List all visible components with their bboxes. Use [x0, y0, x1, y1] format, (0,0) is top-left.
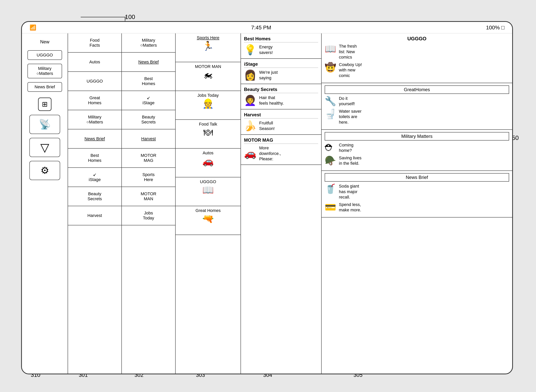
col304-best-homes[interactable]: Best Homes 💡 Energysavers! [241, 33, 321, 59]
sidebar-item-ugggo[interactable]: UGGGO [28, 50, 62, 60]
col301-military[interactable]: Military ○Matters [68, 110, 121, 129]
col305-greathomes-item2[interactable]: 🚽 Water savertoilets arehere. [325, 109, 509, 125]
col305-newsbrief-header: News Brief [325, 173, 509, 182]
device-frame: 📶 7:45 PM 100% □ New UGGGO Military ○Mat… [21, 21, 513, 374]
col304-besthomes-header: Best Homes [244, 36, 318, 42]
col304-besthomes-text: Energysavers! [259, 44, 273, 55]
col302-jobs-today[interactable]: Jobs Today [122, 206, 175, 225]
col303-food-talk[interactable]: Food Talk 🍽 [176, 120, 241, 149]
col302-motor-man[interactable]: MOTOR MAN [122, 187, 175, 206]
col304-beauty-img: 👩‍🦱 [244, 95, 256, 106]
col302-sports-here[interactable]: Sports Here [122, 168, 175, 187]
home-button[interactable]: ⊞ [38, 98, 52, 111]
col303-jobs-label: Jobs Today [198, 93, 219, 98]
col303-jobs-today[interactable]: Jobs Today 👷 [176, 91, 241, 120]
rss-icon-btn[interactable]: 📡 [29, 115, 60, 134]
col305-military-text1: Cominghome? [339, 142, 353, 153]
col305-newsbrief-section: News Brief 🥤 Soda gianthas majorrecall. … [322, 171, 512, 218]
col301-istage[interactable]: ↙ iStage [68, 168, 121, 187]
col305-greathomes-text1: Do ityourself! [339, 96, 355, 107]
col303-food-icon: 🍽 [204, 128, 213, 137]
col303-ugggo[interactable]: UGGGO 📖 [176, 177, 241, 206]
col305-military-item2[interactable]: 🪖 Saving livesin the field. [325, 155, 509, 166]
sidebar: New UGGGO Military ○Matters News Brief ⊞… [22, 33, 68, 373]
col304-beauty-header: Beauty Secrets [244, 87, 318, 93]
col303-autos-label: Autos [203, 150, 213, 155]
col302-military[interactable]: Military ○Matters [122, 33, 175, 53]
col305-military-text2: Saving livesin the field. [339, 155, 361, 166]
col305-newsbrief-item2[interactable]: 💳 Spend less,make more. [325, 202, 509, 213]
col303-sports-here[interactable]: Sports Here 🏃 [176, 33, 241, 62]
col304-harvest-header: Harvest [244, 112, 318, 118]
col304-istage-header: iStage [244, 61, 318, 68]
col304-harvest-body: 🍌 FruitfullSeason! [244, 120, 318, 132]
col303-food-label: Food Talk [199, 122, 217, 127]
col301-news-brief[interactable]: News Brief [68, 129, 121, 149]
col304-motor-mag[interactable]: MOTOR MAG 🚗 Moredownforce.,Please: [241, 135, 321, 165]
col301-best-homes[interactable]: Best Homes [68, 149, 121, 168]
col304-besthomes-img: 💡 [244, 44, 256, 56]
col302-beauty-secrets[interactable]: Beauty Secrets [122, 110, 175, 129]
col305-newsbrief-text2: Spend less,make more. [339, 202, 361, 213]
col305-ugggo-item2[interactable]: 🤠 Cowboy Up!with newcomic [325, 62, 509, 79]
cup-icon-btn[interactable]: ▽ [29, 138, 60, 157]
col303-ugggo-icon: 📖 [202, 186, 214, 195]
col303-autos[interactable]: Autos 🚗 [176, 149, 241, 177]
col301-autos[interactable]: Autos [68, 53, 121, 72]
label-100-line [81, 17, 127, 17]
col303-sports-icon: 🏃 [202, 42, 214, 51]
col301-harvest[interactable]: Harvest [68, 206, 121, 225]
col301-beauty-secrets[interactable]: Beauty Secrets [68, 187, 121, 206]
col303-motor-man[interactable]: MOTOR MAN 🏍 [176, 62, 241, 91]
col305-ugggo-item1[interactable]: 📖 The freshlist: Newcomics [325, 44, 509, 60]
col303-sports-label: Sports Here [197, 35, 219, 40]
col304-beauty-text: Hair thatfeels healthy. [259, 95, 284, 106]
col303-great-homes[interactable]: Great Homes 🔫 [176, 206, 241, 235]
gear-icon-btn[interactable]: ⚙ [29, 161, 60, 180]
col305-greathomes-header: GreatHomes [325, 85, 509, 94]
col303-ugggo-label: UGGGO [200, 179, 216, 184]
col304-istage-body: 👩 We're justsaying [244, 69, 318, 81]
col304-motormag-text: Moredownforce.,Please: [259, 145, 281, 162]
col305-newsbrief-img2: 💳 [325, 202, 336, 213]
sidebar-item-news-brief[interactable]: News Brief [28, 82, 62, 92]
col303-greathomes-icon: 🔫 [202, 214, 214, 224]
wifi-indicator: 📶 [30, 24, 36, 31]
col305-newsbrief-item1[interactable]: 🥤 Soda gianthas majorrecall. [325, 183, 509, 200]
col304-motormag-img: 🚗 [244, 148, 256, 159]
col302-harvest[interactable]: Harvest [122, 129, 175, 149]
wifi-icon: 📶 [30, 25, 36, 31]
col302-motor-mag[interactable]: MOTOR MAG [122, 149, 175, 168]
col305-greathomes-img2: 🚽 [325, 109, 336, 119]
col304-motormag-body: 🚗 Moredownforce.,Please: [244, 145, 318, 162]
col305-newsbrief-text1: Soda gianthas majorrecall. [339, 183, 359, 200]
col303-autos-icon: 🚗 [202, 157, 214, 166]
col305-military-img2: 🪖 [325, 155, 336, 166]
col303-motorman-label: MOTOR MAN [195, 64, 221, 69]
col301-great-homes[interactable]: Great Homes [68, 91, 121, 110]
col305-military-img1: ⛑ [325, 142, 336, 153]
col301-food-facts[interactable]: Food Facts [68, 33, 121, 53]
col305-ugggo-img2: 🤠 [325, 62, 336, 73]
column-301: Food Facts Autos UGGGO Great Homes Milit… [68, 33, 122, 373]
col305-military-item1[interactable]: ⛑ Cominghome? [325, 142, 509, 153]
col304-istage-text: We're justsaying [259, 70, 278, 81]
col304-harvest-img: 🍌 [244, 120, 256, 132]
diagram-container: 100 — 150 310 301 302 303 304 305 📶 7:45… [12, 12, 524, 380]
col305-ugggo-text2: Cowboy Up!with newcomic [339, 62, 362, 79]
col305-greathomes-item1[interactable]: 🔧 Do ityourself! [325, 96, 509, 107]
col302-best-homes[interactable]: Best Homes [122, 72, 175, 91]
sidebar-item-military[interactable]: Military ○Matters [28, 64, 62, 78]
col302-news-brief[interactable]: News Brief [122, 53, 175, 72]
content-area: Food Facts Autos UGGGO Great Homes Milit… [68, 33, 512, 373]
col301-ugggo[interactable]: UGGGO [68, 72, 121, 91]
col305-military-header: Military Matters [325, 132, 509, 140]
col304-beauty-secrets[interactable]: Beauty Secrets 👩‍🦱 Hair thatfeels health… [241, 84, 321, 109]
col304-istage[interactable]: iStage 👩 We're justsaying [241, 59, 321, 84]
col305-ugggo-section: UGGGO 📖 The freshlist: Newcomics 🤠 Cowbo… [322, 33, 512, 83]
col305-ugggo-title: UGGGO [325, 36, 509, 42]
col305-greathomes-img1: 🔧 [325, 96, 336, 107]
col304-harvest[interactable]: Harvest 🍌 FruitfullSeason! [241, 109, 321, 135]
status-bar: 📶 7:45 PM 100% □ [22, 22, 512, 33]
col302-istage[interactable]: ↙ iStage [122, 91, 175, 110]
